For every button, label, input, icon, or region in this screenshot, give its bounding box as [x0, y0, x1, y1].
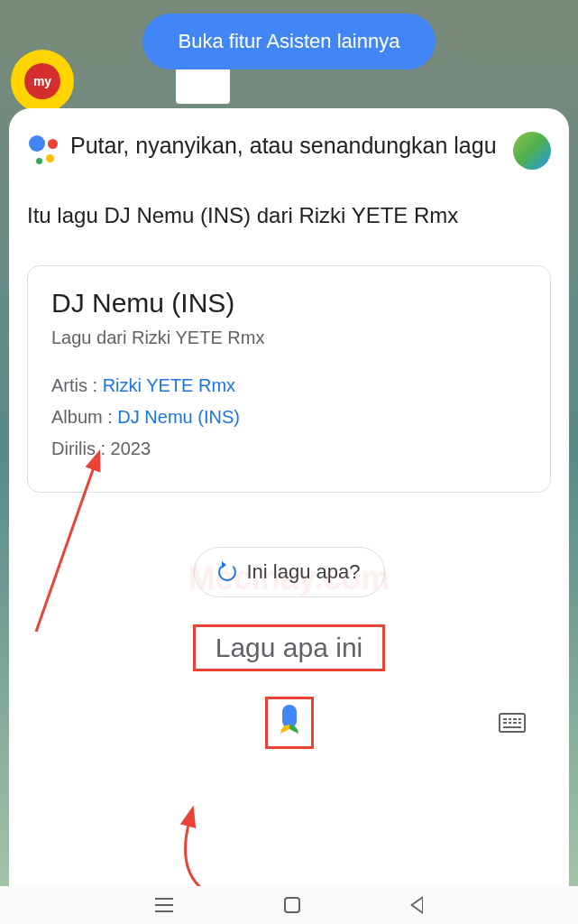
song-subtitle: Lagu dari Rizki YETE Rmx — [51, 328, 527, 348]
nav-home-button[interactable] — [284, 897, 300, 913]
song-result-card[interactable]: DJ Nemu (INS) Lagu dari Rizki YETE Rmx A… — [27, 265, 551, 493]
retry-song-chip[interactable]: Ini lagu apa? — [194, 547, 385, 597]
mic-button[interactable] — [277, 705, 302, 741]
nav-recent-button[interactable] — [155, 898, 173, 912]
keyboard-icon — [503, 718, 521, 720]
answer-text: Itu lagu DJ Nemu (INS) dari Rizki YETE R… — [27, 201, 551, 229]
suggestion-chip-row: Ini lagu apa? — [27, 547, 551, 597]
mic-stand-icon — [280, 725, 298, 734]
user-query-row: Lagu apa ini — [27, 624, 551, 671]
nav-back-button[interactable] — [410, 896, 423, 914]
artist-link[interactable]: Rizki YETE Rmx — [103, 375, 235, 395]
user-query-text: Lagu apa ini — [216, 633, 362, 662]
song-album-row: Album : DJ Nemu (INS) — [51, 407, 527, 428]
mic-row — [27, 697, 551, 749]
song-artist-row: Artis : Rizki YETE Rmx — [51, 375, 527, 396]
card-header: Putar, nyanyikan, atau senandungkan lagu — [27, 130, 551, 170]
refresh-icon — [218, 563, 236, 581]
android-nav-bar — [0, 886, 578, 924]
google-assistant-icon — [27, 134, 60, 166]
album-label: Album : — [51, 407, 117, 427]
assistant-more-features-button[interactable]: Buka fitur Asisten lainnya — [142, 14, 436, 69]
prompt-text: Putar, nyanyikan, atau senandungkan lagu — [70, 130, 502, 162]
user-query-highlight: Lagu apa ini — [193, 624, 385, 671]
bg-app-gallery — [176, 68, 230, 104]
artist-label: Artis : — [51, 375, 103, 395]
bg-app-mytelkomsel: my — [11, 50, 74, 113]
released-label: Dirilis : — [51, 439, 111, 458]
song-released-row: Dirilis : 2023 — [51, 439, 527, 459]
chip-label: Ini lagu apa? — [247, 560, 361, 584]
assistant-more-label: Buka fitur Asisten lainnya — [179, 30, 400, 52]
user-avatar[interactable] — [513, 132, 551, 170]
bg-app-icon: my — [24, 63, 60, 99]
album-link[interactable]: DJ Nemu (INS) — [117, 407, 240, 427]
released-value: 2023 — [111, 439, 151, 458]
song-title: DJ Nemu (INS) — [51, 288, 527, 319]
mic-highlight-box — [265, 697, 314, 749]
assistant-card: Putar, nyanyikan, atau senandungkan lagu… — [9, 108, 569, 888]
keyboard-button[interactable] — [499, 713, 526, 733]
